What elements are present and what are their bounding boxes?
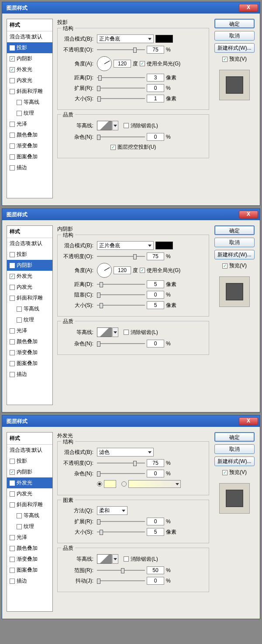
contour-dropdown[interactable] — [112, 327, 118, 337]
jitter-slider[interactable] — [97, 578, 145, 584]
distance-slider[interactable] — [97, 75, 145, 81]
sidebar-item-inner_shadow[interactable]: 内阴影 — [7, 53, 52, 64]
opacity-slider[interactable] — [97, 460, 145, 466]
sidebar-item-color_overlay[interactable]: 颜色叠加 — [7, 129, 52, 140]
sidebar-item-pattern_overlay[interactable]: 图案叠加 — [7, 565, 52, 576]
style-checkbox[interactable] — [10, 274, 15, 279]
sidebar-item-texture_sub[interactable]: 纹理 — [7, 521, 52, 532]
sidebar-item-blending[interactable]: 混合选项:默认 — [7, 238, 52, 249]
style-checkbox[interactable] — [10, 568, 15, 573]
sidebar-item-blending[interactable]: 混合选项:默认 — [7, 445, 52, 456]
method-select[interactable]: 柔和 — [97, 506, 128, 515]
close-button[interactable]: X — [239, 417, 258, 425]
sidebar-item-satin[interactable]: 光泽 — [7, 325, 52, 336]
style-checkbox[interactable] — [17, 317, 22, 323]
spread-input[interactable]: 0 — [147, 84, 164, 92]
sidebar-item-drop_shadow[interactable]: 投影 — [7, 42, 52, 53]
style-checkbox[interactable] — [10, 502, 15, 508]
sidebar-item-gradient_overlay[interactable]: 渐变叠加 — [7, 347, 52, 358]
sidebar-item-stroke[interactable]: 描边 — [7, 576, 52, 586]
contour-dropdown[interactable] — [112, 554, 118, 564]
cancel-button[interactable]: 取消 — [214, 444, 255, 454]
new-style-button[interactable]: 新建样式(W)... — [214, 457, 255, 466]
sidebar-item-texture_sub[interactable]: 纹理 — [7, 108, 52, 119]
style-checkbox[interactable] — [10, 285, 15, 290]
distance-slider[interactable] — [97, 281, 145, 287]
sidebar-item-inner_shadow[interactable]: 内阴影 — [7, 467, 52, 477]
sidebar-item-color_overlay[interactable]: 颜色叠加 — [7, 543, 52, 554]
style-checkbox[interactable] — [10, 470, 15, 475]
sidebar-item-bevel[interactable]: 斜面和浮雕 — [7, 293, 52, 303]
style-checkbox[interactable] — [17, 524, 22, 529]
opacity-input[interactable]: 75 — [147, 46, 164, 54]
sidebar-item-blending[interactable]: 混合选项:默认 — [7, 31, 52, 42]
style-checkbox[interactable] — [10, 459, 15, 464]
style-checkbox[interactable] — [10, 133, 15, 138]
knockout-checkbox[interactable] — [110, 145, 116, 150]
sidebar-item-color_overlay[interactable]: 颜色叠加 — [7, 336, 52, 347]
titlebar[interactable]: 图层样式 X — [2, 2, 260, 14]
color-swatch[interactable] — [155, 242, 173, 249]
style-checkbox[interactable] — [10, 154, 15, 160]
style-checkbox[interactable] — [10, 78, 15, 83]
sidebar-item-gradient_overlay[interactable]: 渐变叠加 — [7, 554, 52, 565]
glow-color[interactable] — [104, 480, 116, 488]
distance-input[interactable]: 5 — [147, 280, 164, 288]
preview-checkbox[interactable] — [222, 263, 228, 269]
cancel-button[interactable]: 取消 — [214, 238, 255, 247]
ok-button[interactable]: 确定 — [214, 19, 255, 28]
titlebar[interactable]: 图层样式 X — [2, 416, 260, 427]
styles-header[interactable]: 样式 — [7, 226, 52, 238]
sidebar-item-pattern_overlay[interactable]: 图案叠加 — [7, 151, 52, 162]
sidebar-item-satin[interactable]: 光泽 — [7, 532, 52, 543]
sidebar-item-gradient_overlay[interactable]: 渐变叠加 — [7, 140, 52, 151]
angle-input[interactable]: 120 — [114, 60, 131, 68]
titlebar[interactable]: 图层样式 X — [2, 209, 260, 220]
sidebar-item-bevel[interactable]: 斜面和浮雕 — [7, 499, 52, 510]
style-checkbox[interactable] — [10, 165, 15, 170]
spread-input[interactable]: 0 — [147, 518, 164, 525]
size-input[interactable]: 5 — [147, 301, 164, 309]
anti-alias-checkbox[interactable] — [124, 123, 129, 128]
sidebar-item-satin[interactable]: 光泽 — [7, 119, 52, 129]
preview-checkbox[interactable] — [222, 470, 228, 475]
size-slider[interactable] — [97, 302, 145, 308]
spread-slider[interactable] — [97, 85, 145, 91]
style-checkbox[interactable] — [10, 546, 15, 551]
blend-mode-select[interactable]: 正片叠底 — [97, 241, 154, 250]
spread-slider[interactable] — [97, 518, 145, 525]
style-checkbox[interactable] — [10, 491, 15, 497]
range-input[interactable]: 50 — [147, 566, 164, 574]
sidebar-item-drop_shadow[interactable]: 投影 — [7, 456, 52, 467]
blend-mode-select[interactable]: 滤色 — [97, 448, 154, 457]
close-button[interactable]: X — [239, 4, 258, 12]
sidebar-item-pattern_overlay[interactable]: 图案叠加 — [7, 358, 52, 369]
size-slider[interactable] — [97, 95, 145, 102]
style-checkbox[interactable] — [17, 307, 22, 312]
color-radio[interactable] — [97, 481, 102, 487]
distance-input[interactable]: 3 — [147, 74, 164, 82]
color-swatch[interactable] — [155, 35, 173, 43]
angle-dial[interactable] — [97, 263, 112, 278]
style-checkbox[interactable] — [10, 56, 15, 61]
ok-button[interactable]: 确定 — [214, 432, 255, 442]
angle-dial[interactable] — [97, 56, 112, 71]
use-global-checkbox[interactable] — [140, 268, 145, 273]
glow-gradient[interactable] — [128, 480, 181, 488]
blend-mode-select[interactable]: 正片叠底 — [97, 34, 154, 43]
cancel-button[interactable]: 取消 — [214, 31, 255, 41]
use-global-checkbox[interactable] — [140, 61, 145, 66]
style-checkbox[interactable] — [10, 67, 15, 72]
style-checkbox[interactable] — [10, 350, 15, 355]
style-checkbox[interactable] — [10, 296, 15, 301]
sidebar-item-outer_glow[interactable]: 外发光 — [7, 271, 52, 282]
gradient-radio[interactable] — [121, 481, 127, 487]
sidebar-item-stroke[interactable]: 描边 — [7, 369, 52, 380]
style-checkbox[interactable] — [10, 89, 15, 94]
styles-header[interactable]: 样式 — [7, 433, 52, 445]
sidebar-item-stroke[interactable]: 描边 — [7, 162, 52, 173]
sidebar-item-inner_shadow[interactable]: 内阴影 — [7, 260, 52, 271]
new-style-button[interactable]: 新建样式(W)... — [214, 250, 255, 259]
size-input[interactable]: 1 — [147, 95, 164, 102]
style-checkbox[interactable] — [10, 480, 15, 486]
